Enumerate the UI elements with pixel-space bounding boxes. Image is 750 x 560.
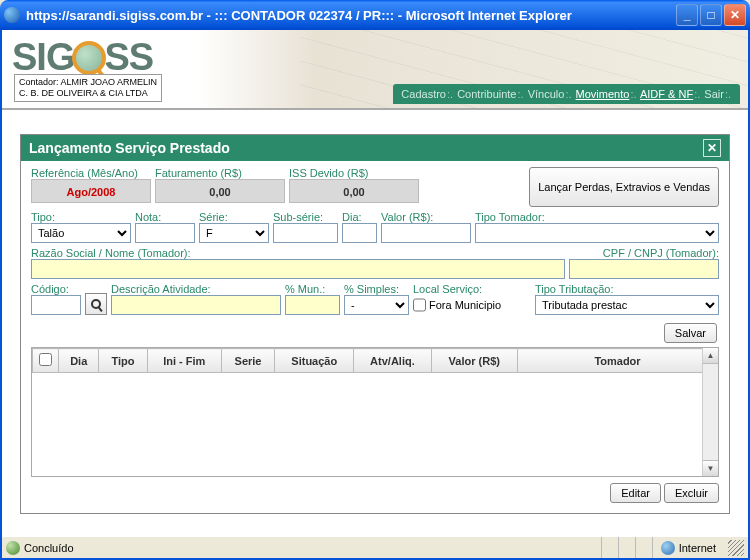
nav-sair[interactable]: Sair bbox=[704, 88, 724, 100]
dia-input[interactable] bbox=[342, 223, 377, 243]
fora-municipio-label: Fora Municipio bbox=[429, 299, 501, 311]
simples-label: % Simples: bbox=[344, 283, 409, 295]
search-icon bbox=[91, 299, 101, 309]
tipo-tomador-select[interactable] bbox=[475, 223, 719, 243]
iss-value: 0,00 bbox=[289, 179, 419, 203]
col-dia[interactable]: Dia bbox=[59, 349, 99, 373]
excluir-button[interactable]: Excluir bbox=[664, 483, 719, 503]
cpf-label: CPF / CNPJ (Tomador): bbox=[569, 247, 719, 259]
magnifier-icon bbox=[72, 41, 106, 75]
razao-label: Razão Social / Nome (Tomador): bbox=[31, 247, 565, 259]
col-situacao[interactable]: Situação bbox=[275, 349, 354, 373]
subserie-input[interactable] bbox=[273, 223, 338, 243]
lancar-perdas-button[interactable]: Lançar Perdas, Extravios e Vendas bbox=[529, 167, 719, 207]
scroll-down-button[interactable]: ▼ bbox=[703, 460, 718, 476]
window-close-button[interactable]: ✕ bbox=[724, 4, 746, 26]
col-valor[interactable]: Valor (R$) bbox=[431, 349, 517, 373]
mun-input[interactable] bbox=[285, 295, 340, 315]
col-tipo[interactable]: Tipo bbox=[99, 349, 147, 373]
fora-municipio-checkbox[interactable] bbox=[413, 295, 426, 315]
editar-button[interactable]: Editar bbox=[610, 483, 661, 503]
valor-input[interactable] bbox=[381, 223, 471, 243]
grid-scrollbar[interactable]: ▲ ▼ bbox=[702, 348, 718, 476]
referencia-label: Referência (Mês/Ano) bbox=[31, 167, 151, 179]
referencia-value: Ago/2008 bbox=[31, 179, 151, 203]
codigo-search-button[interactable] bbox=[85, 293, 107, 315]
descricao-input[interactable] bbox=[111, 295, 281, 315]
nota-input[interactable] bbox=[135, 223, 195, 243]
ie-icon bbox=[4, 7, 20, 23]
panel-titlebar: Lançamento Serviço Prestado ✕ bbox=[21, 135, 729, 161]
ie-statusbar: Concluído Internet bbox=[2, 536, 748, 558]
subserie-label: Sub-série: bbox=[273, 211, 338, 223]
serie-select[interactable]: F bbox=[199, 223, 269, 243]
iss-label: ISS Devido (R$) bbox=[289, 167, 419, 179]
top-nav: Cadastro:. Contribuinte:. Vínculo:. Movi… bbox=[393, 84, 740, 104]
status-text: Concluído bbox=[24, 542, 74, 554]
nav-cadastro[interactable]: Cadastro bbox=[401, 88, 446, 100]
grid-select-all-checkbox[interactable] bbox=[39, 353, 52, 366]
razao-input[interactable] bbox=[31, 259, 565, 279]
sigiss-logo: S I G SS bbox=[12, 36, 153, 79]
tipo-select[interactable]: Talão bbox=[31, 223, 131, 243]
globe-icon bbox=[661, 541, 675, 555]
faturamento-value: 0,00 bbox=[155, 179, 285, 203]
tipo-label: Tipo: bbox=[31, 211, 131, 223]
simples-select[interactable]: - bbox=[344, 295, 409, 315]
valor-label: Valor (R$): bbox=[381, 211, 471, 223]
grid-header-row: Dia Tipo Ini - Fim Serie Situação Atv/Al… bbox=[33, 349, 718, 373]
faturamento-label: Faturamento (R$) bbox=[155, 167, 285, 179]
panel-title-text: Lançamento Serviço Prestado bbox=[29, 140, 230, 156]
window-titlebar: https://sarandi.sigiss.com.br - ::: CONT… bbox=[0, 0, 750, 30]
panel-close-button[interactable]: ✕ bbox=[703, 139, 721, 157]
col-tomador[interactable]: Tomador bbox=[518, 349, 718, 373]
nav-vinculo[interactable]: Vínculo bbox=[528, 88, 565, 100]
lancamentos-grid: Dia Tipo Ini - Fim Serie Situação Atv/Al… bbox=[31, 347, 719, 477]
nav-movimento[interactable]: Movimento bbox=[576, 88, 630, 100]
zone-text: Internet bbox=[679, 542, 716, 554]
tipo-trib-select[interactable]: Tributada prestac bbox=[535, 295, 719, 315]
contador-name: Contador: ALMIR JOAO ARMELIN bbox=[19, 77, 157, 88]
dia-label: Dia: bbox=[342, 211, 377, 223]
col-serie[interactable]: Serie bbox=[221, 349, 275, 373]
nota-label: Nota: bbox=[135, 211, 195, 223]
nav-contribuinte[interactable]: Contribuinte bbox=[457, 88, 516, 100]
tipo-trib-label: Tipo Tributação: bbox=[535, 283, 719, 295]
local-label: Local Serviço: bbox=[413, 283, 531, 295]
window-title: https://sarandi.sigiss.com.br - ::: CONT… bbox=[26, 8, 676, 23]
codigo-label: Código: bbox=[31, 283, 81, 295]
cpf-input[interactable] bbox=[569, 259, 719, 279]
contador-company: C. B. DE OLIVEIRA & CIA LTDA bbox=[19, 88, 157, 99]
lancamento-panel: Lançamento Serviço Prestado ✕ Referência… bbox=[20, 134, 730, 514]
contador-info-box: Contador: ALMIR JOAO ARMELIN C. B. DE OL… bbox=[14, 74, 162, 102]
col-atv-aliq[interactable]: Atv/Aliq. bbox=[354, 349, 431, 373]
codigo-input[interactable] bbox=[31, 295, 81, 315]
nav-aidf[interactable]: AIDF & NF bbox=[640, 88, 693, 100]
salvar-button[interactable]: Salvar bbox=[664, 323, 717, 343]
window-maximize-button[interactable]: □ bbox=[700, 4, 722, 26]
tipo-tomador-label: Tipo Tomador: bbox=[475, 211, 719, 223]
mun-label: % Mun.: bbox=[285, 283, 340, 295]
col-ini-fim[interactable]: Ini - Fim bbox=[147, 349, 221, 373]
resize-grip[interactable] bbox=[728, 540, 744, 556]
serie-label: Série: bbox=[199, 211, 269, 223]
scroll-up-button[interactable]: ▲ bbox=[703, 348, 718, 364]
descricao-label: Descrição Atividade: bbox=[111, 283, 281, 295]
window-minimize-button[interactable]: _ bbox=[676, 4, 698, 26]
status-done-icon bbox=[6, 541, 20, 555]
